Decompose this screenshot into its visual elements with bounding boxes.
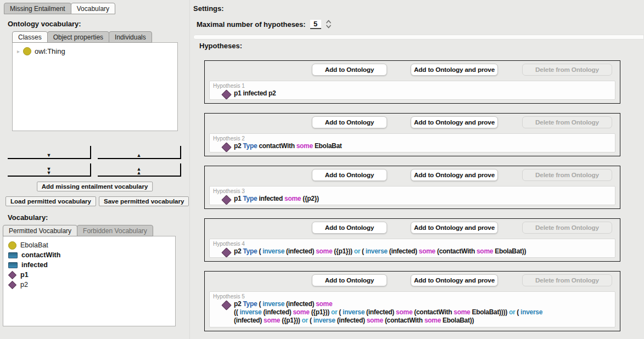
tab-vocabulary[interactable]: Vocabulary — [71, 3, 115, 14]
object-property-icon — [8, 252, 18, 258]
hypothesis-card: Add to OntologyAdd to Ontology and prove… — [204, 113, 620, 156]
individual-icon — [8, 280, 17, 289]
vocab-item-label: infected — [21, 261, 48, 269]
tree-item-owl-thing[interactable]: ▸ owl:Thing — [13, 43, 177, 55]
hypothesis-expression: p1 Type infected some ({p2}) — [234, 195, 319, 203]
double-move-down-button[interactable]: ▼▼ — [8, 163, 91, 177]
add-to-ontology-and-prove-button[interactable]: Add to Ontology and prove — [411, 169, 498, 181]
hypothesis-body: p1 infected p2 — [223, 89, 615, 98]
hypothesis-title: Hypothesis 4 — [213, 241, 615, 247]
max-hypotheses-row: Maximal number of hypotheses: 5 — [197, 19, 332, 30]
hypothesis-body: p1 Type infected some ({p2}) — [223, 195, 615, 204]
individual-icon — [8, 270, 17, 279]
ontology-vocabulary-label: Ontology vocabulary: — [8, 20, 81, 28]
individual-icon — [221, 89, 231, 99]
chevron-down-icon: ▼ — [47, 154, 52, 157]
double-chevron-down-icon: ▼▼ — [47, 167, 52, 175]
settings-divider — [193, 35, 644, 39]
delete-from-ontology-button: Delete from Ontology — [522, 274, 612, 286]
hypothesis-content: Hypothesis 2p2 Type contactWith some Ebo… — [209, 133, 615, 152]
hypothesis-expression: p2 Type ( inverse (infected) some(( inve… — [234, 300, 542, 325]
add-to-ontology-button[interactable]: Add to Ontology — [312, 222, 387, 234]
hypothesis-expression: p2 Type contactWith some EbolaBat — [234, 142, 342, 150]
stepper-down-icon — [327, 26, 331, 28]
individual-icon — [221, 142, 231, 152]
hypothesis-card: Add to OntologyAdd to Ontology and prove… — [204, 60, 620, 104]
hypothesis-content: Hypothesis 1p1 infected p2 — [209, 81, 615, 100]
vocabulary-label: Vocabulary: — [8, 213, 48, 222]
hypothesis-body: p2 Type ( inverse (infected) some(( inve… — [223, 300, 615, 325]
hypothesis-content: Hypothesis 5p2 Type ( inverse (infected)… — [209, 291, 615, 327]
hypothesis-card: Add to OntologyAdd to Ontology and prove… — [204, 218, 620, 262]
add-to-ontology-button[interactable]: Add to Ontology — [312, 116, 387, 128]
add-to-ontology-and-prove-button[interactable]: Add to Ontology and prove — [411, 116, 498, 128]
vocab-item-infected[interactable]: infected — [3, 260, 175, 270]
add-to-ontology-and-prove-button[interactable]: Add to Ontology and prove — [411, 274, 498, 286]
tab-missing-entailment[interactable]: Missing Entailment — [4, 3, 71, 14]
permitted-vocabulary-list[interactable]: EbolaBatcontactWithinfectedp1p2 — [3, 236, 176, 326]
move-up-button[interactable]: ▲ — [98, 146, 181, 159]
individual-icon — [221, 300, 231, 310]
delete-from-ontology-button: Delete from Ontology — [522, 64, 612, 76]
double-chevron-up-icon: ▲▲ — [137, 167, 142, 175]
tab-object-properties[interactable]: Object properties — [47, 31, 109, 43]
save-permitted-vocabulary-button[interactable]: Save permitted vocabulary — [99, 196, 189, 206]
hypothesis-expression: p2 Type ( inverse (infected) some ({p1})… — [234, 247, 526, 256]
add-to-ontology-and-prove-button[interactable]: Add to Ontology and prove — [411, 222, 498, 234]
individual-icon — [221, 195, 231, 205]
vocabulary-panel: Missing Entailment Vocabulary Ontology v… — [0, 0, 189, 339]
class-icon — [23, 47, 31, 55]
hypothesis-expression: p1 infected p2 — [234, 89, 276, 98]
max-hypotheses-label: Maximal number of hypotheses: — [197, 20, 306, 29]
class-tree-panel[interactable]: ▸ owl:Thing — [12, 42, 178, 131]
disclosure-triangle-icon[interactable]: ▸ — [17, 48, 20, 54]
double-move-up-button[interactable]: ▲▲ — [98, 163, 181, 177]
hypothesis-title: Hypothesis 3 — [213, 188, 615, 194]
hypothesis-title: Hypothesis 5 — [213, 293, 615, 300]
tab-classes[interactable]: Classes — [12, 31, 48, 43]
individual-icon — [221, 247, 231, 257]
settings-label: Settings: — [193, 4, 224, 13]
hypothesis-title: Hypothesis 2 — [213, 135, 615, 142]
vocab-item-label: p2 — [20, 281, 28, 289]
chevron-up-icon: ▲ — [137, 154, 142, 157]
vocab-item-label: EbolaBat — [20, 241, 48, 249]
tree-item-label: owl:Thing — [35, 47, 65, 55]
tab-permitted-vocabulary[interactable]: Permitted Vocabulary — [3, 225, 77, 236]
move-down-button[interactable]: ▼ — [8, 146, 91, 159]
tab-individuals[interactable]: Individuals — [109, 31, 152, 43]
object-property-icon — [8, 262, 18, 268]
hypothesis-content: Hypothesis 4p2 Type ( inverse (infected)… — [209, 239, 615, 258]
hypotheses-label: Hypotheses: — [199, 42, 242, 50]
add-to-ontology-button[interactable]: Add to Ontology — [312, 169, 387, 181]
max-hypotheses-stepper[interactable] — [326, 19, 332, 30]
vocabulary-tabbar: Permitted Vocabulary Forbidden Vocabular… — [3, 225, 153, 236]
hypothesis-title: Hypothesis 1 — [213, 83, 615, 89]
vocab-item-p1[interactable]: p1 — [3, 270, 175, 280]
hypothesis-body: p2 Type ( inverse (infected) some ({p1})… — [223, 247, 615, 256]
hypothesis-body: p2 Type contactWith some EbolaBat — [223, 142, 615, 151]
add-missing-entailment-vocabulary-button[interactable]: Add missing entailment vocabulary — [37, 182, 153, 191]
delete-from-ontology-button: Delete from Ontology — [522, 222, 612, 234]
main-tabbar: Missing Entailment Vocabulary — [4, 3, 115, 14]
tab-forbidden-vocabulary[interactable]: Forbidden Vocabulary — [77, 225, 153, 236]
add-to-ontology-and-prove-button[interactable]: Add to Ontology and prove — [411, 64, 498, 76]
hypothesis-content: Hypothesis 3p1 Type infected some ({p2}) — [209, 186, 615, 205]
max-hypotheses-input[interactable]: 5 — [310, 20, 321, 29]
stepper-up-icon — [327, 21, 331, 23]
hypothesis-card: Add to OntologyAdd to Ontology and prove… — [204, 166, 620, 209]
add-to-ontology-button[interactable]: Add to Ontology — [312, 64, 387, 76]
move-button-grid: ▼▲▼▼▲▲ — [8, 146, 181, 177]
vocab-item-label: contactWith — [21, 251, 60, 259]
vocab-item-EbolaBat[interactable]: EbolaBat — [3, 240, 175, 250]
load-permitted-vocabulary-button[interactable]: Load permitted vocabulary — [5, 196, 96, 206]
vocab-item-contactWith[interactable]: contactWith — [3, 250, 175, 260]
ontology-vocab-tabbar: Classes Object properties Individuals — [12, 31, 152, 43]
add-to-ontology-button[interactable]: Add to Ontology — [312, 274, 387, 286]
class-icon — [8, 241, 16, 250]
hypothesis-card: Add to OntologyAdd to Ontology and prove… — [204, 271, 620, 331]
vocab-item-p2[interactable]: p2 — [3, 280, 175, 290]
delete-from-ontology-button: Delete from Ontology — [522, 169, 612, 181]
vocab-item-label: p1 — [20, 271, 29, 279]
delete-from-ontology-button: Delete from Ontology — [522, 116, 612, 128]
